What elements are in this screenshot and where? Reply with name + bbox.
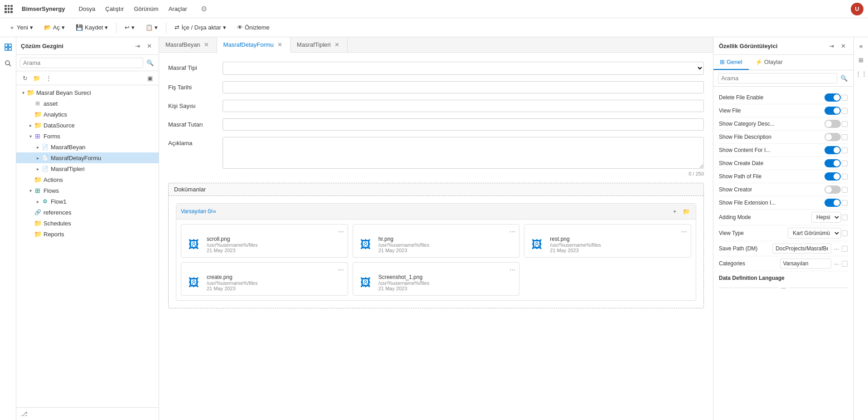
menu-calistir[interactable]: Çalıştır <box>101 4 128 14</box>
tree-item-masraftipleri[interactable]: ▸ 📄 MasrafTipleri <box>16 163 159 174</box>
rp-pin-button[interactable]: ⇥ <box>826 41 836 51</box>
prop-checkbox-view-type[interactable] <box>842 230 848 236</box>
tree-item-flow1[interactable]: ▸ ⚙ Flow1 <box>16 196 159 207</box>
file-dots-button[interactable]: ··· <box>509 266 515 273</box>
save-button[interactable]: 💾 Kaydet ▾ <box>71 22 112 33</box>
masraf-tipi-select[interactable] <box>223 62 704 75</box>
sidebar-icon-search[interactable] <box>2 57 15 70</box>
toggle-show-content[interactable] <box>824 146 841 154</box>
prop-checkbox-show-file-ext[interactable] <box>842 200 848 206</box>
user-avatar[interactable]: U <box>851 3 863 15</box>
new-button[interactable]: ＋ Yeni ▾ <box>5 21 38 34</box>
prop-checkbox-show-path[interactable] <box>842 174 848 180</box>
menu-dosya[interactable]: Dosya <box>74 4 100 14</box>
file-dots-button[interactable]: ··· <box>681 228 687 235</box>
far-right-layers-icon[interactable]: ⊞ <box>856 54 867 65</box>
fis-tarihi-input[interactable] <box>223 81 704 93</box>
tab-masraftipleri[interactable]: MasrafTipleri ✕ <box>291 38 348 52</box>
prop-checkbox-view-file[interactable] <box>842 108 848 114</box>
rp-tab-olaylar[interactable]: ⚡ Olaylar <box>749 55 789 70</box>
toggle-show-path[interactable] <box>824 172 841 181</box>
prop-save-path-input[interactable] <box>772 244 831 254</box>
tree-item-masraf-beyan-sureci[interactable]: ▾ 📁 Masraf Beyan Sureci <box>16 87 159 98</box>
tree-item-forms[interactable]: ▾ ⊞ Forms <box>16 131 159 142</box>
rp-close-button[interactable]: ✕ <box>838 41 848 51</box>
toggle-show-file-ext[interactable] <box>824 199 841 207</box>
docs-add-button[interactable]: ＋ <box>669 206 679 216</box>
prop-checkbox-delete-file[interactable] <box>842 95 848 101</box>
sidebar-icon-explorer[interactable] <box>2 41 15 54</box>
far-right-settings-icon[interactable]: ≡ <box>856 41 867 52</box>
se-add-folder-button[interactable]: 📁 <box>32 73 42 83</box>
import-export-button[interactable]: ⇄ İçe / Dışa aktar ▾ <box>170 22 230 33</box>
rp-search-icon[interactable]: 🔍 <box>839 73 849 83</box>
tree-item-flows[interactable]: ▾ ⊞ Flows <box>16 185 159 196</box>
se-search-input[interactable] <box>20 58 143 68</box>
flow-icon: ⚙ <box>41 197 49 205</box>
prop-adding-mode-select[interactable]: Hepsi <box>811 212 841 223</box>
tab-masrafdetayformu-close[interactable]: ✕ <box>276 41 284 48</box>
file-dots-button[interactable]: ··· <box>338 228 344 235</box>
app-grid-icon[interactable] <box>5 5 13 13</box>
rp-search-input[interactable] <box>718 73 837 83</box>
toggle-view-file[interactable] <box>824 107 841 115</box>
prop-checkbox-show-creator[interactable] <box>842 187 848 193</box>
menu-araclar[interactable]: Araçlar <box>164 4 192 14</box>
toggle-show-creator[interactable] <box>824 186 841 194</box>
prop-checkbox-adding-mode[interactable] <box>842 215 848 220</box>
prop-checkbox-save-path[interactable] <box>842 246 848 252</box>
prop-checkbox-show-category[interactable] <box>842 121 848 127</box>
masraf-tutari-input[interactable] <box>223 118 704 131</box>
undo-button[interactable]: ↩ ▾ <box>120 22 139 33</box>
se-search-icon[interactable]: 🔍 <box>145 58 155 68</box>
prop-view-type-select[interactable]: Kart Görünümü <box>788 228 841 239</box>
toggle-show-create-date[interactable] <box>824 159 841 167</box>
tab-masrafdetayformu[interactable]: MasrafDetayFormu ✕ <box>217 37 291 53</box>
tree-item-datasource[interactable]: ▸ 📁 DataSource <box>16 120 159 131</box>
tree-item-references[interactable]: 🔗 references <box>16 207 159 218</box>
prop-show-file-description: Show File Description <box>719 131 848 144</box>
toggle-show-category[interactable] <box>824 120 841 128</box>
prop-save-path-dots[interactable]: ··· <box>832 244 841 253</box>
prop-checkbox-show-content[interactable] <box>842 147 848 153</box>
settings-icon[interactable]: ⚙ <box>201 5 207 13</box>
tab-masraftipleri-close[interactable]: ✕ <box>334 41 341 49</box>
tab-masrafbeyan-close[interactable]: ✕ <box>203 41 210 49</box>
paste-button[interactable]: 📋 ▾ <box>141 22 162 33</box>
kisi-sayisi-input[interactable] <box>223 100 704 112</box>
aciklama-row: Açıklama 0 / 250 <box>168 137 704 176</box>
far-right-tree-icon[interactable]: ⋮⋮ <box>856 68 867 79</box>
tree-item-analytics[interactable]: 📁 Analytics <box>16 109 159 120</box>
se-layout-button[interactable]: ▣ <box>145 73 155 83</box>
aciklama-textarea[interactable] <box>223 137 704 169</box>
se-refresh-button[interactable]: ↻ <box>20 73 30 83</box>
prop-checkbox-show-create-date[interactable] <box>842 161 848 166</box>
open-button[interactable]: 📂 Aç ▾ <box>39 22 69 33</box>
tab-masrafbeyan[interactable]: MasrafBeyan ✕ <box>159 38 217 52</box>
prop-categories-input[interactable] <box>780 259 832 269</box>
tree-item-schedules[interactable]: 📁 Schedules <box>16 218 159 229</box>
tree-item-masrafdetayformu[interactable]: ▸ 📄 MasrafDetayFormu <box>16 152 159 163</box>
file-dots-button[interactable]: ··· <box>509 228 515 235</box>
se-more-button[interactable]: ⋮ <box>44 73 53 83</box>
se-pin-button[interactable]: ⇥ <box>132 41 142 51</box>
tree-item-reports[interactable]: 📁 Reports <box>16 229 159 239</box>
toggle-show-file-desc[interactable] <box>824 133 841 141</box>
prop-checkbox-categories[interactable] <box>842 261 848 267</box>
tree-item-masrafbeyan[interactable]: ▸ 📄 MasrafBeyan <box>16 142 159 152</box>
prop-checkbox-show-file-desc[interactable] <box>842 134 848 140</box>
se-close-button[interactable]: ✕ <box>144 41 154 51</box>
prop-categories-dots[interactable]: ··· <box>832 259 841 268</box>
documents-section: Dokümanlar Varsayılan 0/∞ ＋ 📁 <box>168 183 704 308</box>
rp-tab-genel[interactable]: ⊞ Genel <box>713 55 749 70</box>
arrow-icon: ▸ <box>34 156 41 161</box>
docs-folder-button[interactable]: 📁 <box>681 206 691 216</box>
preview-button[interactable]: 👁 Önizleme <box>233 22 274 33</box>
tree-item-actions[interactable]: 📁 Actions <box>16 174 159 185</box>
tree-item-asset[interactable]: ⊞ asset <box>16 98 159 109</box>
file-dots-button[interactable]: ··· <box>338 266 344 273</box>
paste-icon: 📋 <box>145 24 153 31</box>
menu-gorunum[interactable]: Görünüm <box>129 4 163 14</box>
toggle-delete-file[interactable] <box>824 93 841 102</box>
prop-show-create-date: Show Create Date <box>719 157 848 170</box>
